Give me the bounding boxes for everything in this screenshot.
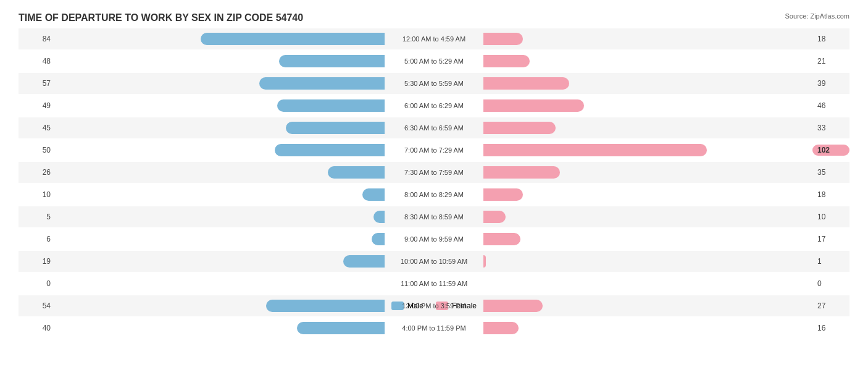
female-bar-side xyxy=(483,210,812,224)
bar-pair: 5:00 AM to 5:29 AM xyxy=(56,54,812,68)
female-bar-side xyxy=(483,299,812,313)
male-bar xyxy=(343,255,385,268)
male-bar xyxy=(279,55,385,67)
table-row: 1910:00 AM to 10:59 AM1 xyxy=(19,251,849,272)
time-label: 11:00 AM to 11:59 AM xyxy=(385,280,483,287)
male-bar-side xyxy=(56,166,385,179)
female-bar-side xyxy=(483,99,812,112)
bar-pair-container: 6:30 AM to 6:59 AM xyxy=(56,117,812,138)
female-value: 39 xyxy=(812,79,849,88)
bar-pair: 8:30 AM to 8:59 AM xyxy=(56,210,812,224)
female-bar xyxy=(483,144,707,156)
bar-pair: 7:30 AM to 7:59 AM xyxy=(56,166,812,179)
time-label: 9:00 AM to 9:59 AM xyxy=(385,235,483,243)
bar-pair-container: 5:00 AM to 5:29 AM xyxy=(56,51,812,72)
female-value: 102 xyxy=(812,145,849,156)
time-label: 8:00 AM to 8:29 AM xyxy=(385,191,483,198)
male-bar-side xyxy=(56,232,385,246)
male-value: 6 xyxy=(19,235,56,243)
male-bar xyxy=(259,77,385,90)
male-bar xyxy=(266,300,385,312)
female-value: 18 xyxy=(812,190,849,199)
female-bar-side xyxy=(483,77,812,90)
female-value: 27 xyxy=(812,302,849,310)
male-value: 49 xyxy=(19,101,56,110)
female-value: 16 xyxy=(812,324,849,332)
male-bar-side xyxy=(56,99,385,112)
table-row: 267:30 AM to 7:59 AM35 xyxy=(19,162,849,183)
time-label: 5:30 AM to 5:59 AM xyxy=(385,80,483,87)
female-bar-side xyxy=(483,143,812,157)
female-bar-side xyxy=(483,232,812,246)
female-bar-side xyxy=(483,188,812,201)
female-value: 33 xyxy=(812,124,849,132)
bar-pair-container: 7:00 AM to 7:29 AM xyxy=(56,140,812,161)
female-value: 18 xyxy=(812,35,849,43)
bar-pair-container: 12:00 AM to 4:59 AM xyxy=(56,28,812,49)
bar-pair: 8:00 AM to 8:29 AM xyxy=(56,188,812,201)
time-label: 8:30 AM to 8:59 AM xyxy=(385,213,483,221)
female-value: 17 xyxy=(812,235,849,243)
male-bar-side xyxy=(56,143,385,157)
female-value: 35 xyxy=(812,168,849,177)
male-bar-side xyxy=(56,210,385,224)
male-value: 40 xyxy=(19,324,56,332)
male-value: 54 xyxy=(19,302,56,310)
bar-pair-container: 12:00 PM to 3:59 PM xyxy=(56,295,812,316)
table-row: 404:00 PM to 11:59 PM16 xyxy=(19,318,849,339)
male-value: 50 xyxy=(19,146,56,154)
female-bar xyxy=(483,77,569,90)
female-value: 0 xyxy=(812,279,849,288)
male-bar xyxy=(275,144,385,156)
bar-pair-container: 8:30 AM to 8:59 AM xyxy=(56,206,812,227)
male-value: 45 xyxy=(19,124,56,132)
table-row: 485:00 AM to 5:29 AM21 xyxy=(19,51,849,72)
male-bar-side xyxy=(56,121,385,135)
bar-pair: 11:00 AM to 11:59 AM xyxy=(56,277,812,290)
time-label: 12:00 AM to 4:59 AM xyxy=(385,35,483,43)
time-label: 4:00 PM to 11:59 PM xyxy=(385,324,483,332)
male-bar-side xyxy=(56,255,385,268)
male-bar-side xyxy=(56,188,385,201)
male-value: 19 xyxy=(19,257,56,266)
female-bar-side xyxy=(483,277,812,290)
bar-pair-container: 9:00 AM to 9:59 AM xyxy=(56,229,812,250)
female-bar xyxy=(483,211,506,223)
male-bar xyxy=(277,99,385,112)
female-bar xyxy=(483,55,530,67)
chart-container: TIME OF DEPARTURE TO WORK BY SEX IN ZIP … xyxy=(0,0,868,367)
female-bar xyxy=(483,99,584,112)
table-row: 108:00 AM to 8:29 AM18 xyxy=(19,184,849,205)
time-label: 5:00 AM to 5:29 AM xyxy=(385,57,483,65)
bar-pair-container: 7:30 AM to 7:59 AM xyxy=(56,162,812,183)
female-bar xyxy=(483,300,543,312)
table-row: 69:00 AM to 9:59 AM17 xyxy=(19,229,849,250)
table-row: 507:00 AM to 7:29 AM102 xyxy=(19,140,849,161)
table-row: 456:30 AM to 6:59 AM33 xyxy=(19,117,849,138)
female-value: 46 xyxy=(812,101,849,110)
female-bar xyxy=(483,33,523,45)
male-bar-side xyxy=(56,54,385,68)
male-value: 84 xyxy=(19,35,56,43)
female-bar xyxy=(483,122,556,134)
female-bar-side xyxy=(483,255,812,268)
male-bar xyxy=(362,188,385,201)
male-bar-side xyxy=(56,299,385,313)
male-bar xyxy=(297,322,385,334)
female-value: 10 xyxy=(812,213,849,221)
male-bar xyxy=(201,33,385,45)
male-bar xyxy=(373,211,385,223)
bar-pair: 10:00 AM to 10:59 AM xyxy=(56,255,812,268)
female-bar-side xyxy=(483,121,812,135)
bar-pair-container: 4:00 PM to 11:59 PM xyxy=(56,318,812,339)
female-value: 21 xyxy=(812,57,849,65)
table-row: 496:00 AM to 6:29 AM46 xyxy=(19,95,849,116)
female-bar-side xyxy=(483,54,812,68)
male-value: 0 xyxy=(19,279,56,288)
bar-pair: 7:00 AM to 7:29 AM xyxy=(56,143,812,157)
female-bar xyxy=(483,322,519,334)
time-label: 6:00 AM to 6:29 AM xyxy=(385,102,483,109)
table-row: 8412:00 AM to 4:59 AM18 xyxy=(19,28,849,49)
male-bar xyxy=(286,122,385,134)
chart-source: Source: ZipAtlas.com xyxy=(785,12,849,20)
